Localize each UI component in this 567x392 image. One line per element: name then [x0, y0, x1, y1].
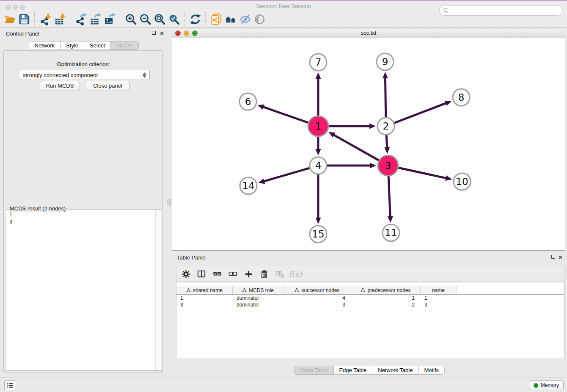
edge-2-3[interactable]: [386, 135, 387, 148]
search-input[interactable]: [451, 6, 559, 15]
houses-icon: [225, 13, 237, 25]
control-tab-style[interactable]: Style: [61, 41, 84, 50]
zoom-selected-icon: [168, 13, 180, 25]
edge-arrowhead: [384, 147, 390, 154]
node-table[interactable]: shared nameMCDS rolesuccessor nodesprede…: [176, 282, 564, 358]
delete-columns-button[interactable]: [258, 268, 270, 280]
node-label-6: 6: [245, 96, 251, 107]
table-settings-button[interactable]: [179, 268, 192, 280]
edge-4-14[interactable]: [264, 168, 310, 182]
column-header-successor-nodes[interactable]: successor nodes: [284, 286, 351, 294]
export-network-button[interactable]: [74, 12, 88, 26]
toolbar-separator: [70, 12, 71, 26]
close-panel-button[interactable]: Close panel: [86, 81, 129, 91]
save-icon: [18, 13, 30, 25]
column-label: name: [432, 287, 445, 293]
table-tab-network-table[interactable]: Network Table: [372, 366, 418, 374]
delete-table-button[interactable]: [273, 268, 286, 280]
node-label-11: 11: [385, 227, 397, 238]
optimization-criterion-select[interactable]: strongly connected component: [19, 70, 150, 80]
hierarchy-icon: [242, 288, 247, 293]
save-session-button[interactable]: [17, 12, 31, 26]
export-image-icon: [104, 13, 116, 25]
result-scrollbar[interactable]: [155, 210, 162, 370]
zoom-fit-button[interactable]: [152, 12, 167, 26]
zoom-in-button[interactable]: [124, 12, 138, 26]
table-toolbar: f(x): [176, 266, 564, 282]
zoom-selected-button[interactable]: [167, 12, 181, 26]
edge-3-11[interactable]: [388, 176, 390, 217]
node-label-7: 7: [315, 57, 322, 68]
open-session-button[interactable]: [3, 12, 17, 26]
table-tab-node-table[interactable]: Node Table: [295, 366, 334, 374]
control-tab-network[interactable]: Network: [29, 41, 61, 50]
show-graphics-details-button[interactable]: [252, 12, 267, 26]
table-row[interactable]: 1dominator411: [176, 295, 564, 301]
deselect-all-columns-button[interactable]: [226, 268, 239, 280]
export-table-button[interactable]: [88, 12, 102, 26]
column-header-MCDS-role[interactable]: MCDS role: [233, 286, 284, 294]
clone-network-icon: [210, 13, 223, 25]
float-table-panel-icon[interactable]: [551, 255, 555, 259]
hierarchy-icon: [186, 288, 191, 293]
edge-arrowhead: [316, 218, 321, 224]
clone-network-button[interactable]: [209, 12, 223, 26]
control-tab-select[interactable]: Select: [84, 41, 111, 50]
toolbar-separator: [184, 12, 185, 26]
search-icon: [443, 8, 449, 14]
table-cell: dominator: [233, 302, 284, 308]
network-view-window[interactable]: x − + scc.txt 7968124314101511: [172, 28, 565, 251]
import-network-button[interactable]: [38, 12, 52, 26]
app-header: Session: New Session: [0, 1, 567, 28]
table-panel-title: Table Panel: [177, 254, 206, 261]
show-columns-button[interactable]: [195, 268, 208, 280]
search-box[interactable]: [439, 5, 563, 16]
column-header-name[interactable]: name: [421, 286, 457, 294]
edge-arrowhead: [369, 124, 376, 129]
column-label: predecessor nodes: [367, 287, 410, 293]
deselect-all-icon: [228, 269, 238, 279]
zoom-in-icon: [125, 13, 137, 25]
edge-arrowhead: [258, 105, 264, 110]
table-row[interactable]: 3dominator323: [176, 301, 564, 308]
table-tab-edge-table[interactable]: Edge Table: [333, 366, 372, 374]
houses-button[interactable]: [223, 12, 238, 26]
close-table-panel-icon[interactable]: ✕: [559, 255, 564, 260]
export-image-button[interactable]: [102, 12, 117, 26]
columns-icon: [197, 269, 206, 279]
table-tab-motifs[interactable]: Motifs: [418, 366, 444, 374]
network-graph[interactable]: 7968124314101511: [173, 38, 565, 250]
table-panel: Table Panel ✕ f(x) shared nameMCDS roles…: [172, 251, 567, 377]
edge-arrowhead: [370, 163, 376, 168]
node-label-2: 2: [383, 121, 389, 132]
edge-arrowhead: [316, 72, 321, 79]
edge-3-10[interactable]: [398, 168, 446, 178]
create-column-button[interactable]: [242, 268, 255, 280]
zoom-out-button[interactable]: [138, 12, 152, 26]
close-panel-icon[interactable]: ✕: [160, 31, 165, 36]
mcds-result-box[interactable]: 1 3: [6, 209, 162, 371]
float-panel-icon[interactable]: [152, 31, 156, 35]
trash-icon: [259, 269, 269, 279]
task-history-button[interactable]: [4, 380, 16, 390]
control-tab-mcds[interactable]: MCDS: [111, 41, 138, 50]
table-header: shared nameMCDS rolesuccessor nodesprede…: [176, 286, 564, 295]
select-all-columns-button[interactable]: [211, 268, 223, 280]
column-header-shared-name[interactable]: shared name: [176, 286, 233, 294]
edge-2-8[interactable]: [394, 103, 447, 123]
toolbar-separator: [205, 12, 206, 26]
table-cell: 1: [421, 295, 457, 301]
memory-button[interactable]: Memory: [529, 380, 564, 390]
column-header-predecessor-nodes[interactable]: predecessor nodes: [351, 286, 421, 294]
import-table-button[interactable]: [52, 12, 67, 26]
run-mcds-button[interactable]: Run MCDS: [40, 81, 80, 91]
edge-2-9[interactable]: [385, 77, 385, 117]
edge-1-6[interactable]: [263, 107, 308, 123]
split-divider-grip[interactable]: [168, 199, 171, 206]
hide-graphics-details-button[interactable]: [238, 12, 252, 26]
network-window-titlebar[interactable]: x − + scc.txt: [172, 28, 565, 38]
edge-3-1[interactable]: [333, 135, 379, 160]
refresh-view-button[interactable]: [188, 12, 202, 26]
function-builder-button[interactable]: f(x): [289, 268, 302, 280]
folder-open-icon: [4, 13, 16, 25]
